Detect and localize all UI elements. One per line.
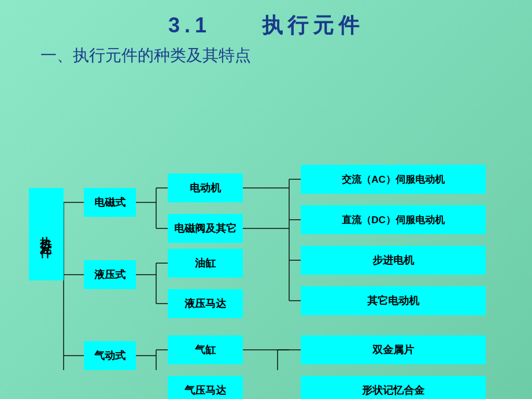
page-title: 3.1 执行元件 — [6, 12, 526, 40]
box-bimetal: 双金属片 — [301, 335, 486, 364]
box-hy: 液压式 — [84, 260, 136, 289]
box-pn: 气动式 — [84, 341, 136, 370]
box-ac: 交流（AC）伺服电动机 — [301, 165, 486, 194]
page-subtitle: 一、执行元件的种类及其特点 — [40, 45, 526, 66]
box-other-motor: 其它电动机 — [301, 286, 486, 315]
diagram-area: 执行元件 电磁式 液压式 气动式 其它 电动机 电磁阀及其它 油缸 液压马达 气… — [17, 75, 515, 370]
box-motor: 电动机 — [168, 173, 243, 202]
box-dc: 直流（DC）伺服电动机 — [301, 205, 486, 234]
box-em: 电磁式 — [84, 188, 136, 217]
box-root: 执行元件 — [29, 188, 64, 280]
box-cylinder-p: 气缸 — [168, 335, 243, 364]
box-pnmotor: 气压马达 — [168, 376, 243, 399]
page: 3.1 执行元件 一、执行元件的种类及其特点 — [0, 0, 532, 399]
box-cylinder-h: 油缸 — [168, 249, 243, 278]
box-step: 步进电机 — [301, 246, 486, 275]
box-solenoid: 电磁阀及其它 — [168, 214, 243, 243]
box-hydmotor: 液压马达 — [168, 289, 243, 318]
box-shape: 形状记忆合金 — [301, 376, 486, 399]
